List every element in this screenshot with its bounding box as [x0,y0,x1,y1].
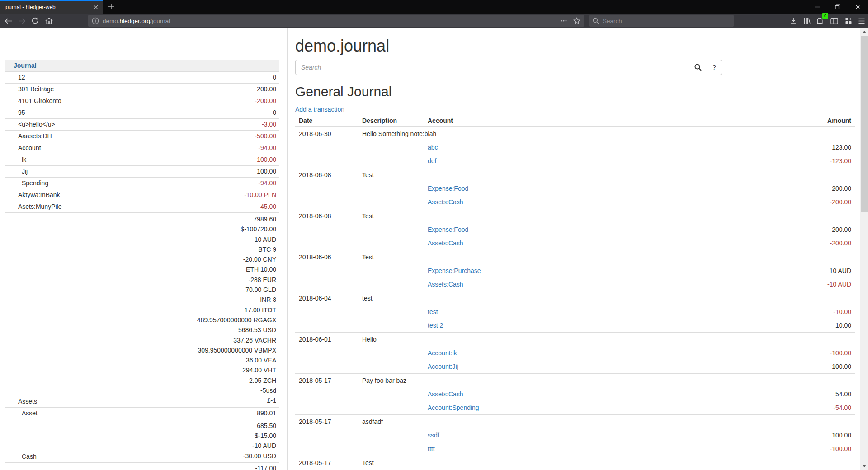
transaction-row[interactable]: 2018-06-08Test [295,168,855,182]
posting-row: Expense:Purchase10 AUD [295,264,855,277]
scroll-down-icon[interactable] [860,462,868,470]
browser-search-bar[interactable]: Search [589,15,734,27]
account-balance: 7989.60$-100720.00-10 AUDBTC 9-20.00 CNY… [37,214,279,406]
posting-row: Assets:Cash-10 AUD [295,277,855,291]
search-input[interactable] [295,60,689,75]
sidebar-account-link[interactable]: Asets:MunyPile [5,202,61,211]
balance-amount: 17.00 ITOT [37,305,276,315]
sidebar-account-link[interactable]: 12 [5,73,25,82]
sidebar-account-link[interactable]: Cash [5,452,37,461]
posting-account-link[interactable]: Assets:Cash [428,240,463,247]
page-actions-icon[interactable] [561,20,567,22]
sidebar-account-row: Jij100.00 [5,166,279,178]
transaction-row[interactable]: 2018-06-06Test [295,250,855,264]
posting-account-link[interactable]: Account:Jij [428,363,458,370]
sidebar-account-link[interactable]: Aktywa:mBank [5,191,60,199]
balance-amount: -94.00 [41,144,276,152]
posting-spacer [295,277,424,291]
sidebar-account-link[interactable]: Asset [5,409,38,418]
sidebar-account-link[interactable]: 95 [5,108,25,117]
bookmark-star-icon[interactable] [573,17,580,24]
close-button[interactable] [848,0,868,14]
sidebar-account-link[interactable]: Account [5,144,41,152]
search-button[interactable] [689,60,707,75]
transaction-date: 2018-06-30 [295,127,359,141]
transaction-description: Test [359,456,855,470]
reload-icon[interactable] [29,14,42,27]
account-balance: -94.00 [48,179,279,188]
add-transaction-link[interactable]: Add a transaction [295,105,344,114]
scroll-up-icon[interactable] [860,28,868,36]
scrollbar-thumb[interactable] [861,36,868,212]
posting-account-link[interactable]: ssdf [428,432,439,439]
posting-account-link[interactable]: test 2 [428,322,443,329]
extension-icon[interactable]: 0 [813,14,826,27]
back-icon[interactable] [2,14,14,27]
sidebar-toggle-icon[interactable] [828,14,840,27]
transaction-row[interactable]: 2018-05-17Pay foo bar baz [295,374,855,388]
sidebar-account-link[interactable]: Spending [5,179,48,188]
transaction-date: 2018-05-17 [295,456,359,470]
transaction-row[interactable]: 2018-05-17asdfadf [295,415,855,429]
forward-icon[interactable] [15,14,28,27]
help-button[interactable]: ? [707,60,722,75]
downloads-icon[interactable] [787,14,800,27]
posting-account-link[interactable]: test [428,308,438,315]
posting-account-link[interactable]: Expense:Food [428,226,468,233]
sidebar-accounts-table: Journal 120301 Beiträge200.004101 Giroko… [5,60,279,470]
library-icon[interactable] [801,14,813,27]
posting-account-link[interactable]: Assets:Cash [428,390,463,398]
tab-bar: journal - hledger-web [0,0,868,14]
sidebar-account-link[interactable]: 4101 Girokonto [5,97,61,105]
balance-amount: ETH 10.00 [37,264,276,274]
sidebar-account-link[interactable]: 301 Beiträge [5,85,54,94]
addons-grid-icon[interactable] [842,14,855,27]
transaction-row[interactable]: 2018-06-30Hello Something note:blah [295,127,855,141]
balance-amount: -500.00 [52,132,276,141]
balance-amount: 294.00 VHT [37,365,276,375]
transaction-date: 2018-06-01 [295,333,359,347]
vertical-scrollbar[interactable] [860,28,868,470]
browser-tab[interactable]: journal - hledger-web [0,0,103,14]
sidebar-account-link[interactable]: Jij [5,167,28,176]
balance-amount: 0 [25,73,276,82]
balance-amount: 7989.60 [37,214,276,224]
posting-account-link[interactable]: def [428,157,436,164]
sidebar-account-link[interactable]: Assets [5,397,37,406]
account-balance: 100.00 [28,167,279,176]
transaction-row[interactable]: 2018-05-17Test [295,456,855,470]
posting-account-link[interactable]: Assets:Cash [428,281,463,288]
posting-account-link[interactable]: abc [428,144,438,151]
posting-account-link[interactable]: tttt [428,445,435,452]
posting-account-link[interactable]: Account:lk [428,349,457,357]
sidebar-account-row: Asset890.01 [5,408,279,419]
account-balance: -94.00 [41,144,279,152]
posting-account-link[interactable]: Assets:Cash [428,198,463,206]
posting-account-link[interactable]: Account:Spending [428,404,479,411]
transaction-row[interactable]: 2018-06-01Hello [295,333,855,347]
transaction-row[interactable]: 2018-06-08Test [295,209,855,223]
sidebar-account-link[interactable]: Aaasets:DH [5,132,52,141]
transaction-date: 2018-06-08 [295,168,359,182]
page-content: Journal 120301 Beiträge200.004101 Giroko… [0,28,868,470]
sidebar-account-row: Aaasets:DH-500.00 [5,131,279,142]
restore-button[interactable] [827,0,848,14]
home-icon[interactable] [42,14,55,27]
journal-link[interactable]: Journal [5,61,37,70]
sidebar-account-link[interactable]: <u>hello</u> [5,120,55,129]
minimize-button[interactable] [807,0,827,14]
search-icon [593,18,599,24]
transaction-row[interactable]: 2018-06-04test [295,291,855,306]
url-bar[interactable]: demo.hledger.org/journal [88,15,584,27]
posting-account-link[interactable]: Expense:Food [428,185,468,192]
transaction-description: Pay foo bar baz [359,374,855,388]
sidebar-account-link[interactable]: lk [5,155,26,164]
balance-amount: -10 AUD [37,441,276,451]
posting-account-link[interactable]: Expense:Purchase [428,267,481,274]
posting-row: Account:Spending-54.00 [295,401,855,415]
site-info-icon[interactable] [92,17,99,24]
tab-close-icon[interactable] [91,3,100,12]
new-tab-button[interactable] [105,0,118,14]
posting-amount: -10 AUD [719,277,855,291]
menu-icon[interactable] [855,14,868,27]
